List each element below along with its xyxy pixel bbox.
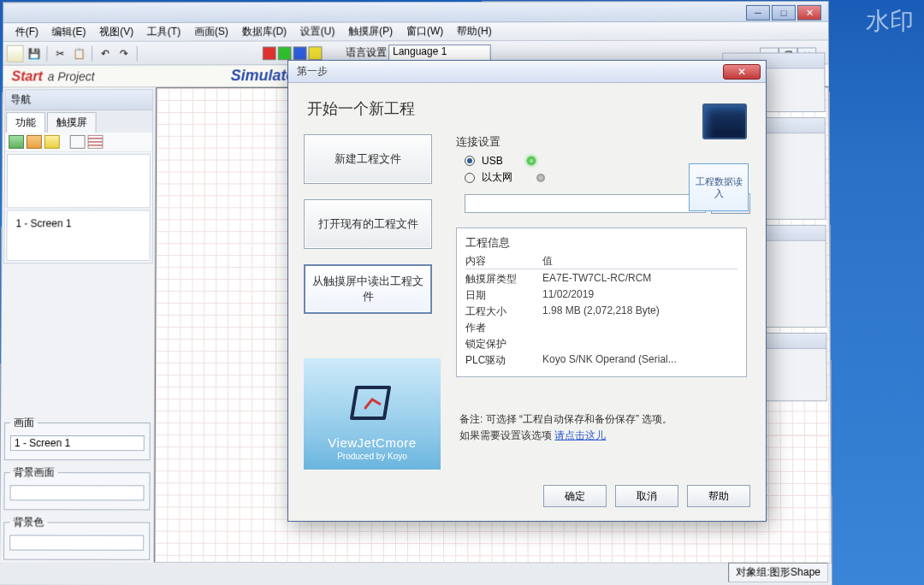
info-value: 1.98 MB (2,072,218 Byte) xyxy=(542,304,737,319)
note-link[interactable]: 请点击这儿 xyxy=(554,429,606,441)
info-value: 11/02/2019 xyxy=(542,288,737,303)
info-value: Koyo S/NK Operand (Serial... xyxy=(542,353,737,368)
swatch-green[interactable] xyxy=(278,46,292,60)
sidebar: 导航 功能 触摸屏 1 - Screen 1 xyxy=(0,87,156,563)
info-key: 锁定保护 xyxy=(465,337,542,352)
menu-file[interactable]: 件(F) xyxy=(9,23,45,41)
project-data-read-button[interactable]: 工程数据读入 xyxy=(689,163,749,211)
fieldset-bg-screen: 背景画面 xyxy=(3,465,150,510)
swatch-blue[interactable] xyxy=(293,46,307,60)
info-key: 作者 xyxy=(465,321,542,335)
path-input[interactable] xyxy=(465,194,706,213)
window-close-button[interactable]: ✕ xyxy=(797,5,821,21)
minimize-button[interactable]: ─ xyxy=(746,5,770,21)
toolbar-save-icon[interactable]: 💾 xyxy=(26,44,43,62)
toolbar-separator xyxy=(92,45,92,61)
note-line1: 备注: 可选择 “工程自动保存和备份保存” 选项。 xyxy=(459,411,672,428)
monitor-icon xyxy=(702,103,747,139)
read-from-panel-button[interactable]: 从触摸屏中读出工程文件 xyxy=(304,264,432,314)
conn-usb-label: USB xyxy=(482,155,503,167)
status-bar-object-group: 对象组:图形Shape xyxy=(728,563,828,582)
nav-icon-row xyxy=(5,133,152,152)
window-controls: ─ □ ✕ xyxy=(746,5,821,21)
usb-status-led xyxy=(527,157,536,165)
menu-help[interactable]: 帮助(H) xyxy=(450,22,498,40)
toolbar-new-icon[interactable] xyxy=(7,44,24,62)
cancel-button[interactable]: 取消 xyxy=(615,485,678,507)
menu-screen[interactable]: 画面(S) xyxy=(187,23,235,41)
watermark: 水印 xyxy=(866,5,914,38)
toolbar-redo-icon[interactable]: ↷ xyxy=(116,44,133,62)
toolbar-undo-icon[interactable]: ↶ xyxy=(97,44,114,62)
swatch-yellow[interactable] xyxy=(309,46,323,60)
screen-name-input[interactable] xyxy=(10,435,145,451)
radio-selected-icon xyxy=(465,156,475,166)
language-select[interactable]: Language 1 xyxy=(388,44,491,62)
fieldset-screen: 画面 xyxy=(4,416,151,460)
dialog-close-button[interactable]: ✕ xyxy=(723,64,761,80)
svg-point-0 xyxy=(364,407,367,410)
ok-button[interactable]: 确定 xyxy=(543,485,607,507)
info-key: 日期 xyxy=(465,288,542,303)
fieldset-bg-color-legend: 背景色 xyxy=(9,515,47,529)
info-row: 触摸屏类型EA7E-TW7CL-RC/RCM xyxy=(465,272,737,287)
menu-panel[interactable]: 触摸屏(P) xyxy=(341,22,400,40)
language-label: 语言设置 xyxy=(346,45,387,60)
nav-icon-5[interactable] xyxy=(88,135,104,149)
dialog-heading: 开始一个新工程 xyxy=(307,98,750,119)
menu-database[interactable]: 数据库(D) xyxy=(235,23,293,41)
swatch-red[interactable] xyxy=(263,46,276,60)
nav-tab-panel[interactable]: 触摸屏 xyxy=(47,112,97,133)
start-project-dialog: 第一步 ✕ 开始一个新工程 新建工程文件 打开现有的工程文件 从触摸屏中读出工程… xyxy=(287,60,767,522)
brand-name: ViewJetCmore xyxy=(328,435,416,450)
menu-tool[interactable]: 工具(T) xyxy=(140,23,187,41)
note-line2-text: 如果需要设置该选项 xyxy=(459,429,554,441)
dialog-note: 备注: 可选择 “工程自动保存和备份保存” 选项。 如果需要设置该选项 请点击这… xyxy=(459,411,672,444)
info-key: 触摸屏类型 xyxy=(465,272,542,287)
nav-icon-4[interactable] xyxy=(70,135,86,149)
dialog-body: 开始一个新工程 新建工程文件 打开现有的工程文件 从触摸屏中读出工程文件 连接设… xyxy=(288,83,766,389)
info-row: 日期11/02/2019 xyxy=(465,288,737,303)
toolbar-cut-icon[interactable]: ✂ xyxy=(51,44,68,62)
nav-icon-1[interactable] xyxy=(9,135,24,149)
dialog-button-row: 确定 取消 帮助 xyxy=(543,485,750,507)
menu-setup[interactable]: 设置(U) xyxy=(293,23,341,41)
app-titlebar xyxy=(3,2,828,23)
nav-icon-3[interactable] xyxy=(44,135,60,149)
info-row: PLC驱动Koyo S/NK Operand (Serial... xyxy=(465,353,737,368)
toolbar-copy-icon[interactable]: 📋 xyxy=(70,44,87,62)
bg-color-input[interactable] xyxy=(9,535,144,550)
dialog-titlebar[interactable]: 第一步 ✕ xyxy=(288,61,766,83)
menu-view[interactable]: 视图(V) xyxy=(92,23,140,41)
branding-logo-icon xyxy=(346,382,398,430)
nav-panel-title: 导航 xyxy=(5,90,152,110)
nav-icon-2[interactable] xyxy=(27,135,42,149)
toolbar-separator xyxy=(137,45,138,61)
ethernet-status-led xyxy=(536,174,545,182)
bg-screen-input[interactable] xyxy=(9,485,144,500)
fieldset-screen-legend: 画面 xyxy=(10,416,38,430)
fieldset-bg-color: 背景色 xyxy=(3,515,150,559)
help-button[interactable]: 帮助 xyxy=(687,485,750,507)
menu-window[interactable]: 窗口(W) xyxy=(400,22,450,40)
info-value xyxy=(542,337,737,352)
open-project-button[interactable]: 打开现有的工程文件 xyxy=(304,199,432,249)
info-key: 工程大小 xyxy=(465,304,542,319)
menubar: 件(F) 编辑(E) 视图(V) 工具(T) 画面(S) 数据库(D) 设置(U… xyxy=(3,22,828,42)
start-label-rest: a Project xyxy=(48,69,95,83)
info-col-name: 内容 xyxy=(465,254,542,269)
new-project-button[interactable]: 新建工程文件 xyxy=(304,134,432,184)
brand-sub: Produced by Koyo xyxy=(337,452,407,461)
screen-tree-2: 1 - Screen 1 xyxy=(6,210,151,261)
nav-panel: 导航 功能 触摸屏 1 - Screen 1 xyxy=(3,89,153,263)
menu-edit[interactable]: 编辑(E) xyxy=(45,23,93,41)
start-label-red: Start xyxy=(12,68,43,84)
branding-panel: ViewJetCmore Produced by Koyo xyxy=(304,358,441,470)
info-col-value: 值 xyxy=(542,254,737,269)
screen-tree-item[interactable]: 1 - Screen 1 xyxy=(12,216,144,231)
screen-tree xyxy=(7,154,151,209)
maximize-button[interactable]: □ xyxy=(772,5,796,21)
nav-tab-function[interactable]: 功能 xyxy=(6,112,45,133)
simulate-label: Simulate xyxy=(231,67,295,85)
info-value xyxy=(542,321,737,335)
